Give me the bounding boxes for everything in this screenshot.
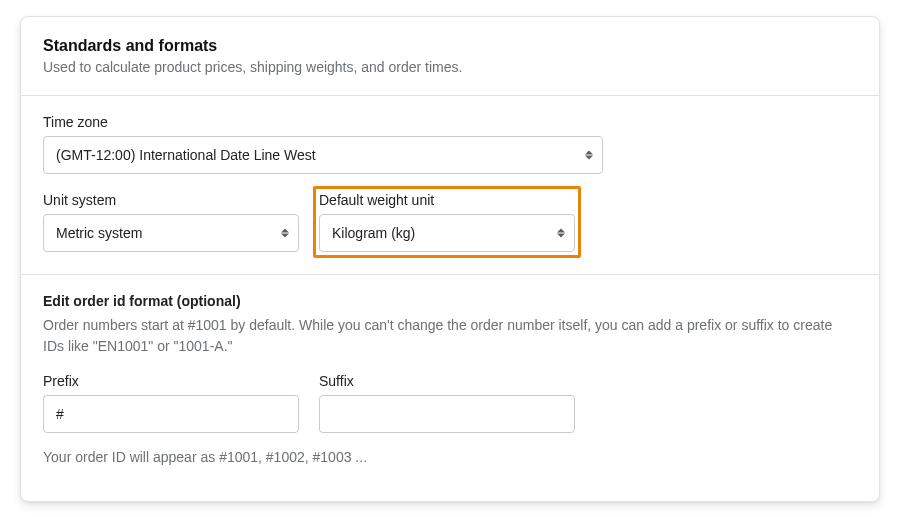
timezone-label: Time zone	[43, 114, 603, 130]
timezone-select[interactable]: (GMT-12:00) International Date Line West	[43, 136, 603, 174]
prefix-field: Prefix	[43, 373, 299, 433]
prefix-label: Prefix	[43, 373, 299, 389]
unit-system-field: Unit system Metric system	[43, 192, 299, 252]
standards-body: Time zone (GMT-12:00) International Date…	[21, 96, 879, 274]
default-weight-unit-label: Default weight unit	[319, 192, 575, 208]
order-id-description: Order numbers start at #1001 by default.…	[43, 315, 857, 357]
order-id-preview: Your order ID will appear as #1001, #100…	[43, 449, 857, 465]
suffix-input[interactable]	[319, 395, 575, 433]
suffix-label: Suffix	[319, 373, 575, 389]
unit-system-label: Unit system	[43, 192, 299, 208]
standards-header: Standards and formats Used to calculate …	[21, 17, 879, 95]
default-weight-unit-select[interactable]: Kilogram (kg)	[319, 214, 575, 252]
timezone-field: Time zone (GMT-12:00) International Date…	[43, 114, 603, 174]
prefix-input[interactable]	[43, 395, 299, 433]
unit-system-select[interactable]: Metric system	[43, 214, 299, 252]
order-id-title: Edit order id format (optional)	[43, 293, 857, 309]
order-id-format-section: Edit order id format (optional) Order nu…	[21, 275, 879, 501]
section-title: Standards and formats	[43, 37, 857, 55]
default-weight-unit-field: Default weight unit Kilogram (kg)	[319, 192, 575, 252]
suffix-field: Suffix	[319, 373, 575, 433]
settings-card: Standards and formats Used to calculate …	[20, 16, 880, 502]
section-subtitle: Used to calculate product prices, shippi…	[43, 59, 857, 75]
